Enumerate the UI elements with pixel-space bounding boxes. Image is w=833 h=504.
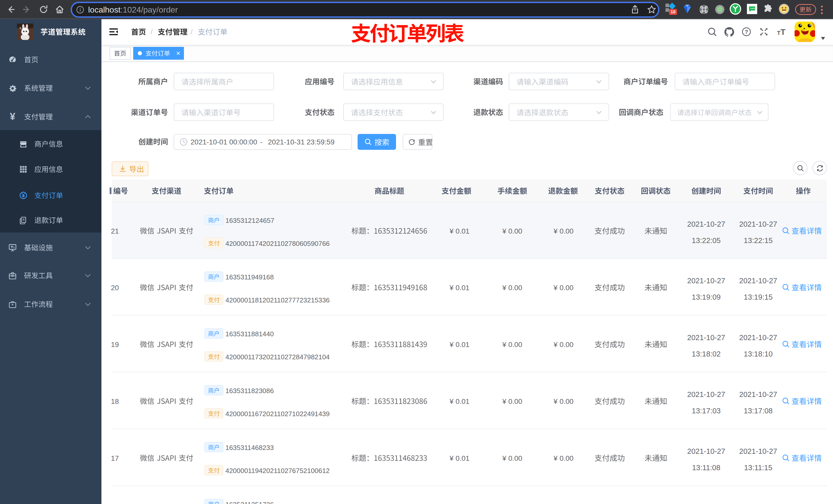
svg-text:?: ? <box>745 29 748 35</box>
